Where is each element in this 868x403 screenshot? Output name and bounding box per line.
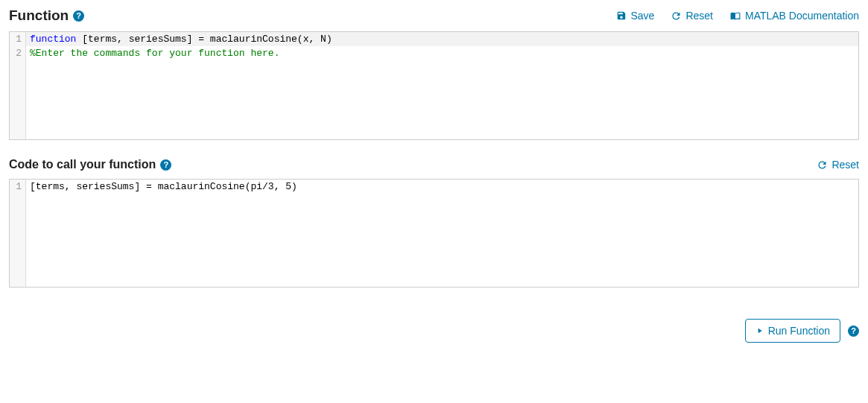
- book-icon: [729, 10, 741, 21]
- reset-caller-label: Reset: [831, 159, 859, 171]
- editor-empty-area[interactable]: [10, 60, 858, 139]
- caller-title-group: Code to call your function ?: [9, 158, 171, 171]
- code-content[interactable]: %Enter the commands for your function he…: [26, 46, 858, 60]
- caller-title: Code to call your function: [9, 158, 156, 171]
- caller-header: Code to call your function ? Reset: [9, 158, 859, 171]
- reset-icon: [817, 159, 828, 171]
- docs-button[interactable]: MATLAB Documentation: [729, 10, 859, 22]
- function-header: Function ? Save Reset MATLAB Documentati…: [9, 7, 859, 24]
- caller-code-editor[interactable]: 1 [terms, seriesSums] = maclaurinCosine(…: [9, 179, 859, 288]
- function-title: Function: [9, 7, 69, 24]
- code-text: [terms, seriesSums] = maclaurinCosine(pi…: [30, 181, 297, 192]
- save-label: Save: [630, 10, 654, 22]
- caller-toolbar: Reset: [817, 159, 859, 171]
- reset-caller-button[interactable]: Reset: [817, 159, 859, 171]
- run-function-button[interactable]: Run Function: [745, 319, 840, 343]
- run-label: Run Function: [768, 325, 830, 337]
- save-button[interactable]: Save: [616, 10, 654, 22]
- line-number: 1: [10, 32, 26, 46]
- keyword: function: [30, 34, 76, 45]
- comment: %Enter the commands for your function he…: [30, 48, 279, 59]
- function-code-editor[interactable]: 1 function [terms, seriesSums] = maclaur…: [9, 31, 859, 140]
- help-icon[interactable]: ?: [848, 326, 859, 337]
- code-line-2: 2 %Enter the commands for your function …: [10, 46, 858, 60]
- reset-button[interactable]: Reset: [671, 10, 713, 22]
- line-number: 2: [10, 46, 26, 60]
- play-icon: [755, 326, 764, 335]
- save-icon: [616, 10, 627, 21]
- function-title-group: Function ?: [9, 7, 84, 24]
- editor-empty-area[interactable]: [10, 194, 858, 287]
- function-section: Function ? Save Reset MATLAB Documentati…: [9, 7, 859, 140]
- docs-label: MATLAB Documentation: [745, 10, 859, 22]
- gutter: [10, 194, 26, 287]
- code-content[interactable]: function [terms, seriesSums] = maclaurin…: [26, 32, 858, 46]
- code-line-1: 1 function [terms, seriesSums] = maclaur…: [10, 32, 858, 46]
- caller-line-1: 1 [terms, seriesSums] = maclaurinCosine(…: [10, 180, 858, 194]
- line-number: 1: [10, 180, 26, 194]
- code-text: [terms, seriesSums] = maclaurinCosine(x,…: [76, 34, 332, 45]
- help-icon[interactable]: ?: [73, 10, 84, 22]
- function-toolbar: Save Reset MATLAB Documentation: [616, 10, 859, 22]
- reset-label: Reset: [685, 10, 713, 22]
- code-content[interactable]: [terms, seriesSums] = maclaurinCosine(pi…: [26, 180, 858, 194]
- footer: Run Function ?: [9, 305, 859, 343]
- reset-icon: [671, 10, 682, 22]
- caller-section: Code to call your function ? Reset 1 [te…: [9, 158, 859, 288]
- help-icon[interactable]: ?: [160, 159, 171, 171]
- gutter: [10, 60, 26, 139]
